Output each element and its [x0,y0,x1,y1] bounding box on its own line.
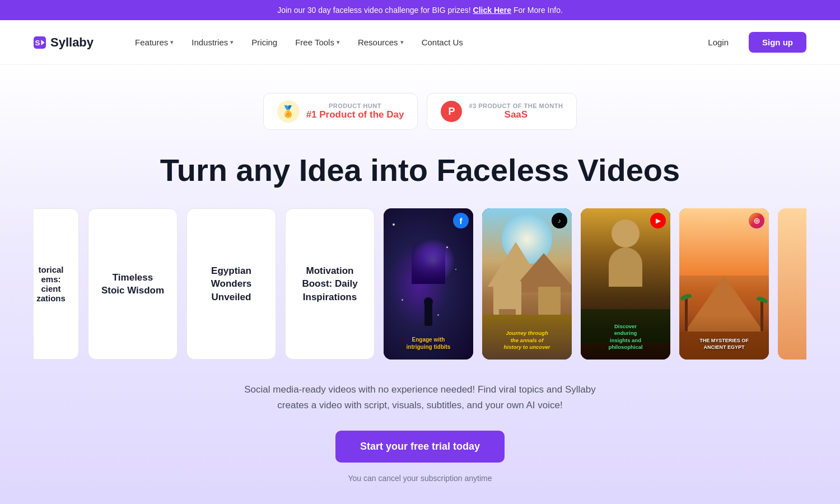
nav-links: Features ▾ Industries ▾ Pricing Free Too… [127,33,697,52]
card-stoic-caption: Discoverenduringinsights andphilosophica… [581,320,670,354]
hero-description: Social media-ready videos with no experi… [235,382,605,412]
banner-suffix: For More Info. [514,6,563,15]
card-partial-left-text: toricalems:cientzations [36,265,66,303]
top-banner: Join our 30 day faceless video challenge… [0,0,840,20]
badge-saas-value: SaaS [469,109,563,120]
navbar: S Syllaby Features ▾ Industries ▾ Pricin… [0,20,840,65]
free-tools-chevron-icon: ▾ [337,39,340,46]
industries-chevron-icon: ▾ [230,39,234,46]
nav-contact[interactable]: Contact Us [414,33,471,52]
card-partial-left: toricalems:cientzations [34,208,79,360]
signup-button[interactable]: Sign up [749,32,806,53]
card-stoic-text: TimelessStoic Wisdom [88,208,178,360]
card-stoic-image: ▶ Discoverenduringinsights andphilosophi… [581,208,670,360]
badge-ph-text: PRODUCT HUNT #1 Product of the Day [306,102,404,120]
card-partial-right [778,208,806,360]
hero-headline: Turn any Idea into Faceless Videos [34,152,806,188]
nav-right: Login Sign up [697,32,806,53]
badge-ph-label: PRODUCT HUNT [306,102,404,109]
features-chevron-icon: ▾ [170,39,174,46]
svg-text:S: S [35,38,40,46]
badges-row: 🏅 PRODUCT HUNT #1 Product of the Day P #… [34,93,806,130]
badge-saas: P #3 PRODUCT OF THE MONTH SaaS [427,93,577,130]
cta-button[interactable]: Start your free trial today [335,431,505,463]
nav-pricing[interactable]: Pricing [244,33,285,52]
nav-industries[interactable]: Industries ▾ [184,33,241,52]
card-egypt-text: EgyptianWondersUnveiled [186,208,276,360]
card-motivation-title: MotivationBoost: DailyInspirations [302,264,357,304]
card-motivation-text: MotivationBoost: DailyInspirations [285,208,375,360]
resources-chevron-icon: ▾ [400,39,404,46]
card-galaxy-image: f Engage withintriguing tidbits [384,208,473,360]
logo-text: Syllaby [50,35,94,50]
card-egypt-title: EgyptianWondersUnveiled [211,264,251,304]
card-pyramid-image: ◎ THE MYSTERIES OFANCIENT EGYPT [679,208,769,360]
nav-features[interactable]: Features ▾ [127,33,181,52]
card-galaxy-caption: Engage withintriguing tidbits [384,333,473,354]
badge-saas-text: #3 PRODUCT OF THE MONTH SaaS [469,102,563,120]
badge-ph-value: #1 Product of the Day [306,109,404,120]
card-egypt-image: ♪ Journey throughthe annals ofhistory to… [482,208,572,360]
producthunt-p-icon: P [441,101,462,122]
cancel-text: You can cancel your subscription anytime [34,474,806,483]
nav-resources[interactable]: Resources ▾ [350,33,412,52]
card-stoic-title: TimelessStoic Wisdom [101,271,164,298]
badge-product-hunt: 🏅 PRODUCT HUNT #1 Product of the Day [263,93,418,130]
banner-text: Join our 30 day faceless video challenge… [277,6,471,15]
card-pyramid-caption: THE MYSTERIES OFANCIENT EGYPT [679,334,769,354]
video-carousel: toricalems:cientzations TimelessStoic Wi… [34,208,806,360]
card-egypt-caption: Journey throughthe annals ofhistory to u… [482,326,572,354]
banner-link[interactable]: Click Here [473,6,511,15]
login-button[interactable]: Login [697,33,740,52]
nav-free-tools[interactable]: Free Tools ▾ [287,33,348,52]
badge-saas-label: #3 PRODUCT OF THE MONTH [469,102,563,109]
hero-section: 🏅 PRODUCT HUNT #1 Product of the Day P #… [0,65,840,504]
product-hunt-icon: 🏅 [277,100,300,123]
logo[interactable]: S Syllaby [34,35,94,50]
